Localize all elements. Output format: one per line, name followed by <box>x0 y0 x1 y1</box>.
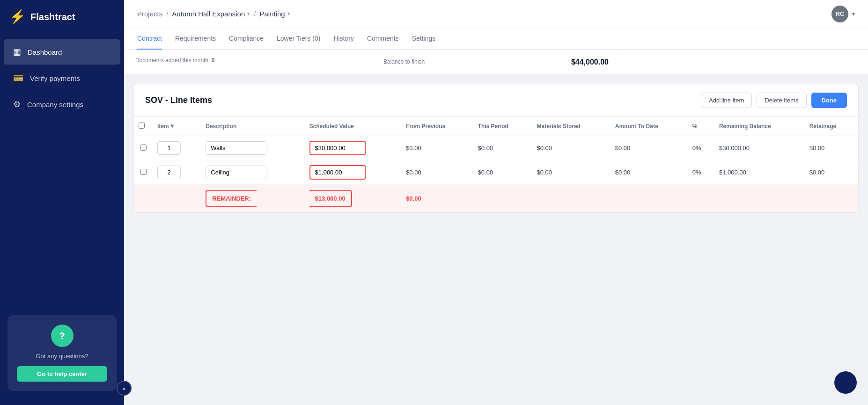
help-section: ? Got any questions? Go to help center <box>7 315 117 391</box>
breadcrumb-sep2: / <box>254 10 256 18</box>
col-materials-stored: Materials Stored <box>532 117 611 136</box>
breadcrumb-project[interactable]: Autumn Hall Expansion ▾ <box>172 10 250 18</box>
breadcrumb-projects[interactable]: Projects <box>137 10 162 18</box>
sov-title: SOV - Line Items <box>145 95 212 105</box>
logo-icon: ⚡ <box>9 10 26 23</box>
delete-items-button[interactable]: Delete items <box>757 93 806 108</box>
row1-description-input[interactable] <box>206 141 266 155</box>
select-all-checkbox[interactable] <box>139 123 145 129</box>
row2-amount-to-date: $0.00 <box>611 160 688 185</box>
settings-icon: ⚙ <box>13 99 21 109</box>
remainder-label: REMAINDER: <box>212 195 251 202</box>
row1-scheduled-value-input[interactable] <box>309 141 366 155</box>
col-from-previous: From Previous <box>401 117 473 136</box>
row1-percent: 0% <box>688 136 714 160</box>
subproject-chevron-icon: ▾ <box>287 11 290 17</box>
remainder-value-cell: $13,000.00 <box>305 185 402 213</box>
breadcrumb-subproject[interactable]: Painting ▾ <box>259 10 290 18</box>
tab-compliance[interactable]: Compliance <box>229 28 264 50</box>
help-icon: ? <box>51 325 74 347</box>
row2-this-period: $0.00 <box>473 160 532 185</box>
logo[interactable]: ⚡ Flashtract <box>0 0 124 34</box>
row2-description <box>201 160 304 185</box>
row1-remaining-balance: $30,000.00 <box>714 136 805 160</box>
tab-contract[interactable]: Contract <box>137 28 162 50</box>
add-line-item-button[interactable]: Add line item <box>701 93 752 108</box>
sov-table: Item # Description Scheduled Value From … <box>134 117 858 212</box>
row1-item-num <box>153 136 201 160</box>
sidebar-collapse-button[interactable]: « <box>117 381 132 396</box>
row2-percent: 0% <box>688 160 714 185</box>
col-amount-to-date: Amount To Date <box>611 117 688 136</box>
row2-checkbox-cell <box>134 160 153 185</box>
breadcrumb: Projects / Autumn Hall Expansion ▾ / Pai… <box>137 10 290 18</box>
chat-bubble[interactable] <box>834 371 857 394</box>
done-button[interactable]: Done <box>811 93 847 108</box>
row2-checkbox[interactable] <box>140 169 147 175</box>
tab-lower-tiers[interactable]: Lower Tiers (0) <box>277 28 320 50</box>
col-description: Description <box>201 117 304 136</box>
remainder-value: $13,000.00 <box>315 195 346 202</box>
row1-retainage: $0.00 <box>805 136 858 160</box>
summary-balance-value: $44,000.00 <box>571 58 609 66</box>
table-header-row: Item # Description Scheduled Value From … <box>134 117 858 136</box>
summary-balance-card: Balance to finish $44,000.00 <box>372 50 620 74</box>
sov-actions: Add line item Delete items Done <box>701 93 847 108</box>
col-this-period: This Period <box>473 117 532 136</box>
dashboard-icon: ▦ <box>13 47 21 57</box>
row2-materials-stored: $0.00 <box>532 160 611 185</box>
sidebar-item-label: Verify payments <box>30 74 80 82</box>
tab-comments[interactable]: Comments <box>367 28 399 50</box>
row2-from-previous: $0.00 <box>401 160 473 185</box>
logo-text: Flashtract <box>30 12 75 22</box>
summary-empty-card <box>620 50 868 74</box>
sidebar-nav: ▦ Dashboard 💳 Verify payments ⚙ Company … <box>0 34 124 123</box>
help-center-button[interactable]: Go to help center <box>17 366 107 382</box>
row1-item-num-input[interactable] <box>157 141 181 155</box>
col-item-num: Item # <box>153 117 201 136</box>
header: Projects / Autumn Hall Expansion ▾ / Pai… <box>124 0 868 28</box>
col-remaining-balance: Remaining Balance <box>714 117 805 136</box>
summary-balance-label: Balance to finish <box>383 58 425 65</box>
remainder-empty2 <box>473 185 858 213</box>
sidebar-item-label: Company settings <box>27 101 83 108</box>
user-menu-chevron-icon[interactable]: ▾ <box>852 11 855 17</box>
row1-checkbox-cell <box>134 136 153 160</box>
row2-retainage: $0.00 <box>805 160 858 185</box>
project-chevron-icon: ▾ <box>247 11 250 17</box>
sidebar: ⚡ Flashtract ▦ Dashboard 💳 Verify paymen… <box>0 0 124 405</box>
row2-item-num <box>153 160 201 185</box>
tab-settings[interactable]: Settings <box>412 28 436 50</box>
sov-header: SOV - Line Items Add line item Delete it… <box>134 84 858 117</box>
tab-requirements[interactable]: Requirements <box>175 28 216 50</box>
col-percent: % <box>688 117 714 136</box>
row2-description-input[interactable] <box>206 166 266 179</box>
help-text: Got any questions? <box>17 353 107 360</box>
row1-checkbox[interactable] <box>140 145 147 151</box>
sidebar-item-label: Dashboard <box>28 48 62 56</box>
remainder-label-cell: REMAINDER: <box>201 185 304 213</box>
remainder-from-previous-value: $0.00 <box>406 195 421 202</box>
tab-history[interactable]: History <box>333 28 354 50</box>
sov-section: SOV - Line Items Add line item Delete it… <box>133 84 859 213</box>
row2-scheduled-value-input[interactable] <box>309 165 366 180</box>
summary-docs-value: 0 <box>212 57 215 64</box>
payments-icon: 💳 <box>13 73 23 83</box>
row2-item-num-input[interactable] <box>157 166 181 179</box>
row1-this-period: $0.00 <box>473 136 532 160</box>
tab-bar: Contract Requirements Compliance Lower T… <box>124 28 868 50</box>
sidebar-item-company-settings[interactable]: ⚙ Company settings <box>4 92 120 117</box>
header-right: RC ▾ <box>831 6 855 22</box>
table-row: $0.00 $0.00 $0.00 $0.00 0% $30,000.00 $0… <box>134 136 858 160</box>
row1-amount-to-date: $0.00 <box>611 136 688 160</box>
summary-docs-card: Documents added this month: 0 <box>124 50 372 74</box>
main-content: Projects / Autumn Hall Expansion ▾ / Pai… <box>124 0 868 405</box>
content-area: Documents added this month: 0 Balance to… <box>124 50 868 405</box>
user-avatar[interactable]: RC <box>831 6 848 22</box>
sidebar-item-dashboard[interactable]: ▦ Dashboard <box>4 39 120 65</box>
table-row: $0.00 $0.00 $0.00 $0.00 0% $1,000.00 $0.… <box>134 160 858 185</box>
sidebar-item-verify-payments[interactable]: 💳 Verify payments <box>4 65 120 91</box>
summary-docs-label: Documents added this month: 0 <box>135 57 360 64</box>
row1-from-previous: $0.00 <box>401 136 473 160</box>
row1-description <box>201 136 304 160</box>
